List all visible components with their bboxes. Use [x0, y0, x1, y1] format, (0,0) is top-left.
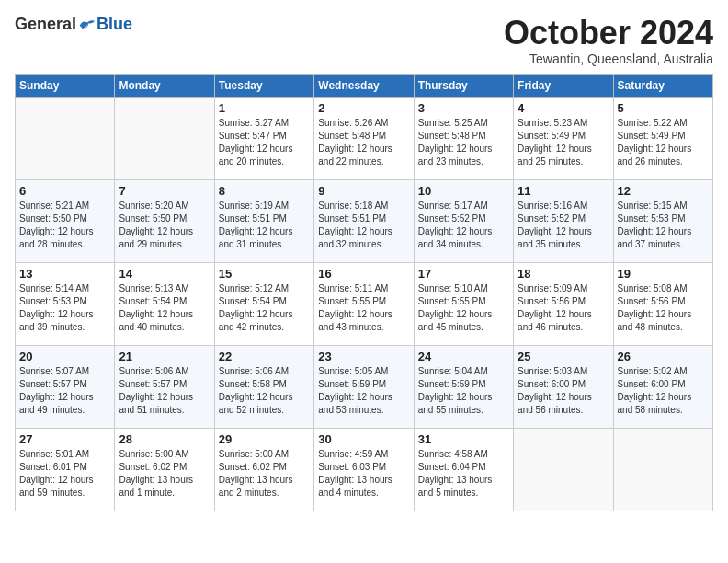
calendar-cell: 8Sunrise: 5:19 AMSunset: 5:51 PMDaylight… — [214, 179, 313, 262]
day-info: Sunrise: 5:03 AMSunset: 6:00 PMDaylight:… — [518, 365, 609, 417]
day-info: Sunrise: 4:59 AMSunset: 6:03 PMDaylight:… — [318, 448, 409, 500]
calendar-cell: 7Sunrise: 5:20 AMSunset: 5:50 PMDaylight… — [115, 179, 214, 262]
day-number: 1 — [219, 101, 310, 115]
calendar-cell — [16, 97, 115, 179]
day-info: Sunrise: 5:16 AMSunset: 5:52 PMDaylight:… — [518, 200, 609, 251]
day-number: 23 — [318, 350, 409, 363]
calendar-cell: 13Sunrise: 5:14 AMSunset: 5:53 PMDayligh… — [16, 262, 115, 345]
day-number: 9 — [318, 184, 409, 198]
day-number: 19 — [618, 267, 709, 281]
calendar-cell: 4Sunrise: 5:23 AMSunset: 5:49 PMDaylight… — [514, 97, 613, 179]
day-info: Sunrise: 5:19 AMSunset: 5:51 PMDaylight:… — [219, 200, 310, 251]
calendar-cell: 22Sunrise: 5:06 AMSunset: 5:58 PMDayligh… — [214, 345, 313, 428]
month-title: October 2024 — [504, 15, 713, 52]
day-number: 20 — [19, 350, 110, 363]
day-number: 14 — [119, 267, 210, 281]
day-info: Sunrise: 5:06 AMSunset: 5:57 PMDaylight:… — [119, 365, 210, 417]
calendar-week-row: 1Sunrise: 5:27 AMSunset: 5:47 PMDaylight… — [16, 97, 713, 179]
day-number: 4 — [518, 101, 609, 115]
day-info: Sunrise: 5:01 AMSunset: 6:01 PMDaylight:… — [19, 448, 110, 500]
day-info: Sunrise: 5:08 AMSunset: 5:56 PMDaylight:… — [618, 282, 709, 334]
calendar-day-header: Sunday — [16, 74, 115, 97]
logo-blue-text: Blue — [97, 15, 132, 34]
calendar-cell: 6Sunrise: 5:21 AMSunset: 5:50 PMDaylight… — [16, 179, 115, 262]
day-number: 8 — [219, 184, 310, 198]
day-info: Sunrise: 5:27 AMSunset: 5:47 PMDaylight:… — [219, 117, 310, 168]
calendar-cell — [115, 97, 214, 179]
day-info: Sunrise: 5:09 AMSunset: 5:56 PMDaylight:… — [518, 282, 609, 334]
calendar-cell: 17Sunrise: 5:10 AMSunset: 5:55 PMDayligh… — [414, 262, 513, 345]
calendar-cell: 24Sunrise: 5:04 AMSunset: 5:59 PMDayligh… — [414, 345, 513, 428]
day-number: 29 — [219, 432, 310, 446]
day-info: Sunrise: 5:02 AMSunset: 6:00 PMDaylight:… — [618, 365, 709, 417]
day-number: 28 — [119, 432, 210, 446]
calendar-cell: 30Sunrise: 4:59 AMSunset: 6:03 PMDayligh… — [314, 428, 414, 511]
day-info: Sunrise: 5:04 AMSunset: 5:59 PMDaylight:… — [418, 365, 509, 417]
calendar-day-header: Monday — [115, 74, 214, 97]
calendar-cell: 10Sunrise: 5:17 AMSunset: 5:52 PMDayligh… — [414, 179, 513, 262]
calendar-cell: 1Sunrise: 5:27 AMSunset: 5:47 PMDaylight… — [214, 97, 313, 179]
day-info: Sunrise: 5:00 AMSunset: 6:02 PMDaylight:… — [219, 448, 310, 500]
day-number: 25 — [518, 350, 609, 363]
calendar-day-header: Saturday — [613, 74, 712, 97]
calendar-week-row: 27Sunrise: 5:01 AMSunset: 6:01 PMDayligh… — [16, 428, 713, 511]
day-info: Sunrise: 5:25 AMSunset: 5:48 PMDaylight:… — [418, 117, 509, 168]
page-header: General Blue October 2024 Tewantin, Quee… — [15, 15, 713, 66]
calendar-cell: 16Sunrise: 5:11 AMSunset: 5:55 PMDayligh… — [314, 262, 414, 345]
calendar-cell: 14Sunrise: 5:13 AMSunset: 5:54 PMDayligh… — [115, 262, 214, 345]
calendar-cell: 23Sunrise: 5:05 AMSunset: 5:59 PMDayligh… — [314, 345, 414, 428]
calendar-cell: 26Sunrise: 5:02 AMSunset: 6:00 PMDayligh… — [613, 345, 712, 428]
day-number: 31 — [418, 432, 509, 446]
calendar-cell: 12Sunrise: 5:15 AMSunset: 5:53 PMDayligh… — [613, 179, 712, 262]
day-info: Sunrise: 5:18 AMSunset: 5:51 PMDaylight:… — [318, 200, 409, 251]
day-number: 30 — [318, 432, 409, 446]
calendar-cell: 11Sunrise: 5:16 AMSunset: 5:52 PMDayligh… — [514, 179, 613, 262]
calendar-cell — [514, 428, 613, 511]
day-number: 12 — [618, 184, 709, 198]
calendar-cell: 29Sunrise: 5:00 AMSunset: 6:02 PMDayligh… — [214, 428, 313, 511]
logo: General Blue — [15, 15, 132, 34]
day-info: Sunrise: 5:21 AMSunset: 5:50 PMDaylight:… — [19, 200, 110, 251]
day-number: 10 — [418, 184, 509, 198]
calendar-table: SundayMondayTuesdayWednesdayThursdayFrid… — [15, 74, 713, 511]
calendar-cell: 3Sunrise: 5:25 AMSunset: 5:48 PMDaylight… — [414, 97, 513, 179]
day-info: Sunrise: 5:20 AMSunset: 5:50 PMDaylight:… — [119, 200, 210, 251]
day-info: Sunrise: 5:17 AMSunset: 5:52 PMDaylight:… — [418, 200, 509, 251]
calendar-cell: 20Sunrise: 5:07 AMSunset: 5:57 PMDayligh… — [16, 345, 115, 428]
day-number: 11 — [518, 184, 609, 198]
calendar-week-row: 6Sunrise: 5:21 AMSunset: 5:50 PMDaylight… — [16, 179, 713, 262]
calendar-cell: 31Sunrise: 4:58 AMSunset: 6:04 PMDayligh… — [414, 428, 513, 511]
day-info: Sunrise: 5:15 AMSunset: 5:53 PMDaylight:… — [618, 200, 709, 251]
day-info: Sunrise: 5:14 AMSunset: 5:53 PMDaylight:… — [19, 282, 110, 334]
day-number: 26 — [618, 350, 709, 363]
day-info: Sunrise: 5:12 AMSunset: 5:54 PMDaylight:… — [219, 282, 310, 334]
logo-general-text: General — [15, 15, 76, 34]
calendar-cell: 25Sunrise: 5:03 AMSunset: 6:00 PMDayligh… — [514, 345, 613, 428]
calendar-day-header: Tuesday — [214, 74, 313, 97]
calendar-cell: 2Sunrise: 5:26 AMSunset: 5:48 PMDaylight… — [314, 97, 414, 179]
day-number: 27 — [19, 432, 110, 446]
day-number: 2 — [318, 101, 409, 115]
day-number: 17 — [418, 267, 509, 281]
day-info: Sunrise: 5:23 AMSunset: 5:49 PMDaylight:… — [518, 117, 609, 168]
calendar-header-row: SundayMondayTuesdayWednesdayThursdayFrid… — [16, 74, 713, 97]
calendar-week-row: 20Sunrise: 5:07 AMSunset: 5:57 PMDayligh… — [16, 345, 713, 428]
calendar-cell: 9Sunrise: 5:18 AMSunset: 5:51 PMDaylight… — [314, 179, 414, 262]
location-text: Tewantin, Queensland, Australia — [504, 52, 713, 66]
calendar-cell: 28Sunrise: 5:00 AMSunset: 6:02 PMDayligh… — [115, 428, 214, 511]
day-info: Sunrise: 4:58 AMSunset: 6:04 PMDaylight:… — [418, 448, 509, 500]
calendar-cell: 5Sunrise: 5:22 AMSunset: 5:49 PMDaylight… — [613, 97, 712, 179]
day-info: Sunrise: 5:13 AMSunset: 5:54 PMDaylight:… — [119, 282, 210, 334]
day-number: 3 — [418, 101, 509, 115]
calendar-week-row: 13Sunrise: 5:14 AMSunset: 5:53 PMDayligh… — [16, 262, 713, 345]
calendar-cell: 27Sunrise: 5:01 AMSunset: 6:01 PMDayligh… — [16, 428, 115, 511]
day-number: 16 — [318, 267, 409, 281]
calendar-day-header: Wednesday — [314, 74, 414, 97]
day-number: 15 — [219, 267, 310, 281]
calendar-cell: 18Sunrise: 5:09 AMSunset: 5:56 PMDayligh… — [514, 262, 613, 345]
logo-bird-icon — [78, 17, 97, 32]
title-area: October 2024 Tewantin, Queensland, Austr… — [504, 15, 713, 66]
day-info: Sunrise: 5:05 AMSunset: 5:59 PMDaylight:… — [318, 365, 409, 417]
day-number: 5 — [618, 101, 709, 115]
calendar-day-header: Thursday — [414, 74, 513, 97]
